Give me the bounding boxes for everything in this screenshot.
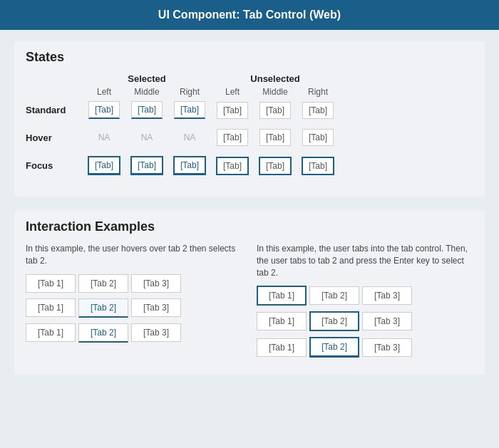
h-r3-tab1[interactable]: [Tab 1] [26, 323, 76, 342]
focus-unsel-left-tab[interactable]: [Tab] [216, 157, 249, 175]
hover-na-2: NA [141, 132, 153, 142]
focus-example-desc: In this example, the user tabs into the … [257, 243, 473, 278]
f-r2-tab2[interactable]: [Tab 2] [309, 311, 359, 331]
std-sel-right-tab[interactable]: [Tab] [174, 101, 205, 119]
focus-sel-right-cell: [Tab] [168, 156, 211, 175]
std-unsel-right-cell: [Tab] [297, 102, 339, 119]
std-sel-left-tab[interactable]: [Tab] [88, 101, 120, 119]
focus-row: Focus [Tab] [Tab] [Tab] [Tab] [Tab] [Tab… [26, 156, 473, 175]
col-sub-unsel-right: Right [297, 87, 339, 97]
focus-sel-left-tab[interactable]: [Tab] [88, 156, 120, 175]
focus-unsel-right-tab[interactable]: [Tab] [302, 157, 334, 175]
hover-sel-right-cell: NA [168, 132, 211, 142]
hover-ex-row1: [Tab 1] [Tab 2] [Tab 3] [26, 274, 242, 293]
f-r2-tab3[interactable]: [Tab 3] [362, 312, 412, 330]
h-r2-tab2[interactable]: [Tab 2] [78, 298, 128, 318]
f-r3-tab3[interactable]: [Tab 3] [362, 338, 412, 357]
std-sel-left-cell: [Tab] [83, 101, 125, 119]
std-unsel-mid-tab[interactable]: [Tab] [259, 102, 291, 119]
hover-na-3: NA [184, 132, 196, 142]
f-r1-tab1[interactable]: [Tab 1] [257, 286, 307, 306]
page-header: UI Component: Tab Control (Web) [0, 0, 499, 30]
hover-sel-left-cell: NA [83, 132, 125, 142]
standard-label: Standard [26, 105, 83, 115]
focus-sel-mid-tab[interactable]: [Tab] [130, 156, 163, 175]
hover-ex-row2: [Tab 1] [Tab 2] [Tab 3] [26, 298, 242, 318]
h-r3-tab3[interactable]: [Tab 3] [131, 323, 181, 342]
interaction-title: Interaction Examples [26, 219, 473, 234]
hover-label: Hover [26, 132, 83, 143]
std-sel-mid-tab[interactable]: [Tab] [131, 101, 163, 119]
standard-row: Standard [Tab] [Tab] [Tab] [Tab] [Tab] [… [26, 101, 473, 119]
states-section: States Selected Unselected Left Middle R… [14, 41, 485, 197]
states-title: States [26, 50, 473, 65]
header-title: UI Component: Tab Control (Web) [158, 9, 341, 21]
col-sub-sel-left: Left [83, 87, 125, 97]
hover-unsel-mid-cell: [Tab] [254, 129, 297, 146]
focus-sel-right-tab[interactable]: [Tab] [173, 156, 206, 175]
selected-group-header: Selected [83, 73, 211, 84]
std-unsel-mid-cell: [Tab] [254, 102, 297, 119]
focus-ex-row2: [Tab 1] [Tab 2] [Tab 3] [257, 311, 473, 331]
hover-example-desc: In this example, the user hovers over ta… [26, 243, 242, 267]
h-r1-tab1[interactable]: [Tab 1] [26, 274, 76, 293]
hover-ex-row3: [Tab 1] [Tab 2] [Tab 3] [26, 323, 242, 343]
focus-unsel-left-cell: [Tab] [211, 157, 254, 175]
std-unsel-right-tab[interactable]: [Tab] [302, 102, 334, 119]
hover-row: Hover NA NA NA [Tab] [Tab] [Tab] [26, 129, 473, 146]
focus-unsel-right-cell: [Tab] [297, 157, 339, 175]
std-sel-mid-cell: [Tab] [125, 101, 168, 119]
col-sub-sel-middle: Middle [125, 87, 168, 97]
col-subheaders: Left Middle Right Left Middle Right [83, 87, 473, 97]
hover-unsel-left-cell: [Tab] [211, 129, 254, 146]
h-r2-tab3[interactable]: [Tab 3] [131, 298, 181, 317]
states-grid: Selected Unselected Left Middle Right Le… [26, 73, 473, 175]
h-r3-tab2[interactable]: [Tab 2] [78, 323, 128, 343]
h-r1-tab2[interactable]: [Tab 2] [78, 274, 128, 293]
std-sel-right-cell: [Tab] [168, 101, 211, 119]
hover-unsel-left-tab[interactable]: [Tab] [217, 129, 248, 146]
interaction-section: Interaction Examples In this example, th… [14, 211, 485, 375]
col-sub-unsel-middle: Middle [254, 87, 297, 97]
f-r3-tab2[interactable]: [Tab 2] [309, 337, 359, 358]
std-unsel-left-tab[interactable]: [Tab] [217, 102, 248, 119]
col-sub-unsel-left: Left [211, 87, 254, 97]
focus-label: Focus [26, 160, 83, 171]
focus-ex-row3: [Tab 1] [Tab 2] [Tab 3] [257, 337, 473, 358]
unselected-group-header: Unselected [211, 73, 339, 84]
interaction-col-focus: In this example, the user tabs into the … [257, 243, 473, 363]
interaction-col-hover: In this example, the user hovers over ta… [26, 243, 242, 363]
f-r2-tab1[interactable]: [Tab 1] [257, 312, 307, 330]
focus-unsel-mid-tab[interactable]: [Tab] [259, 157, 292, 175]
h-r1-tab3[interactable]: [Tab 3] [131, 274, 181, 293]
focus-ex-row1: [Tab 1] [Tab 2] [Tab 3] [257, 286, 473, 306]
hover-unsel-right-cell: [Tab] [297, 129, 339, 146]
col-sub-sel-right: Right [168, 87, 211, 97]
h-r2-tab1[interactable]: [Tab 1] [26, 298, 76, 317]
col-group-headers: Selected Unselected [83, 73, 473, 84]
interaction-columns: In this example, the user hovers over ta… [26, 243, 473, 363]
hover-unsel-mid-tab[interactable]: [Tab] [259, 129, 291, 146]
hover-na-1: NA [98, 132, 110, 142]
focus-sel-mid-cell: [Tab] [125, 156, 168, 175]
f-r3-tab1[interactable]: [Tab 1] [257, 338, 307, 357]
f-r1-tab3[interactable]: [Tab 3] [362, 286, 412, 305]
focus-unsel-mid-cell: [Tab] [254, 157, 297, 175]
focus-sel-left-cell: [Tab] [83, 156, 125, 175]
hover-unsel-right-tab[interactable]: [Tab] [302, 129, 334, 146]
f-r1-tab2[interactable]: [Tab 2] [309, 286, 359, 305]
hover-sel-mid-cell: NA [125, 132, 168, 142]
std-unsel-left-cell: [Tab] [211, 102, 254, 119]
